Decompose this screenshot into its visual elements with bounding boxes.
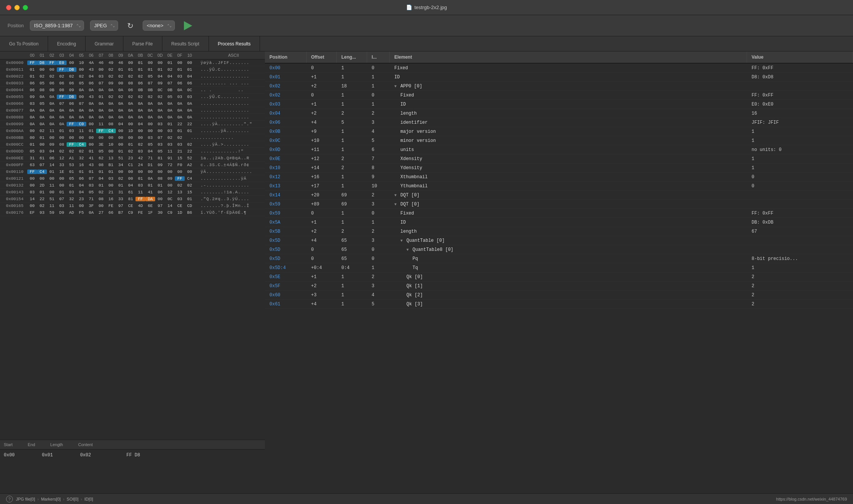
- hex-byte[interactable]: 00: [67, 135, 76, 140]
- hex-byte[interactable]: C9: [165, 210, 175, 215]
- result-row[interactable]: 0x04+222length16: [265, 109, 853, 118]
- refresh-button[interactable]: ↻: [124, 20, 137, 32]
- hex-byte[interactable]: 01: [155, 67, 165, 72]
- hex-byte[interactable]: 02: [155, 95, 165, 99]
- hex-byte[interactable]: 03: [96, 74, 106, 79]
- result-row[interactable]: 0x0E+1227Xdensity1: [265, 154, 853, 163]
- hex-byte[interactable]: 05: [76, 81, 86, 86]
- hex-row[interactable]: 0x000880A0A0A0A0A0A0A0A0A0A0A0A0A0A0A0A0…: [0, 114, 265, 121]
- hex-byte[interactable]: 02: [126, 74, 135, 79]
- hex-byte[interactable]: C9: [126, 210, 135, 215]
- hex-byte[interactable]: 02: [116, 74, 126, 79]
- hex-byte[interactable]: DB: [67, 95, 76, 99]
- hex-byte[interactable]: 03: [57, 204, 67, 208]
- hex-byte[interactable]: 03: [165, 142, 175, 147]
- hex-byte[interactable]: 0A: [165, 115, 175, 120]
- hex-byte[interactable]: 00: [116, 129, 126, 133]
- hex-byte[interactable]: 01: [126, 67, 135, 72]
- hex-byte[interactable]: 10: [106, 142, 116, 147]
- hex-byte[interactable]: 91: [165, 156, 175, 160]
- hex-byte[interactable]: 0A: [67, 115, 76, 120]
- hex-byte[interactable]: 0A: [96, 115, 106, 120]
- collapse-icon[interactable]: ▼: [406, 248, 411, 252]
- hex-byte[interactable]: 02: [116, 176, 126, 181]
- hex-byte[interactable]: 15: [175, 156, 185, 160]
- hex-byte[interactable]: 0A: [135, 108, 145, 113]
- hex-byte[interactable]: CD: [185, 204, 195, 208]
- hex-byte[interactable]: 00: [116, 135, 126, 140]
- hex-byte[interactable]: 30: [155, 210, 165, 215]
- hex-byte[interactable]: FF: [135, 197, 145, 201]
- hex-byte[interactable]: 23: [126, 156, 135, 160]
- hex-byte[interactable]: 0A: [155, 101, 165, 106]
- grammar-button[interactable]: Grammar: [86, 36, 123, 51]
- hex-byte[interactable]: 07: [57, 101, 67, 106]
- hex-byte[interactable]: 04: [185, 74, 195, 79]
- hex-byte[interactable]: 03: [175, 197, 185, 201]
- result-row[interactable]: 0x5D0650▼ QuantTable8 [0]: [265, 245, 853, 254]
- hex-byte[interactable]: 0B: [165, 88, 175, 92]
- hex-byte[interactable]: 04: [145, 149, 155, 154]
- hex-byte[interactable]: 05: [67, 176, 76, 181]
- hex-byte[interactable]: 0A: [37, 122, 47, 126]
- hex-byte[interactable]: 00: [145, 129, 155, 133]
- hex-byte[interactable]: 81: [126, 197, 135, 201]
- hex-byte[interactable]: 04: [86, 74, 96, 79]
- result-row[interactable]: 0x02+2181▼ APP0 [0]: [265, 82, 853, 91]
- hex-byte[interactable]: 66: [106, 210, 116, 215]
- collapse-icon[interactable]: ▼: [394, 84, 399, 89]
- hex-byte[interactable]: 00: [135, 129, 145, 133]
- hex-byte[interactable]: C1: [126, 163, 135, 167]
- hex-byte[interactable]: 08: [57, 88, 67, 92]
- hex-byte[interactable]: 41: [145, 190, 155, 194]
- hex-byte[interactable]: B6: [185, 210, 195, 215]
- hex-byte[interactable]: C4: [76, 142, 86, 147]
- hex-byte[interactable]: 3F: [86, 204, 96, 208]
- hex-byte[interactable]: 00: [126, 176, 135, 181]
- result-row[interactable]: 0x0C+1015minor version1: [265, 136, 853, 145]
- hex-row[interactable]: 0x001650002110311003F00FE97CE4D6E9714CEC…: [0, 202, 265, 209]
- hex-byte[interactable]: 00: [165, 170, 175, 174]
- hex-byte[interactable]: 11: [47, 204, 57, 208]
- hex-byte[interactable]: 11: [135, 190, 145, 194]
- hex-byte[interactable]: 02: [57, 149, 67, 154]
- hex-byte[interactable]: 32: [76, 156, 86, 160]
- hex-byte[interactable]: 05: [145, 74, 155, 79]
- hex-byte[interactable]: 00: [126, 122, 135, 126]
- hex-byte[interactable]: 00: [86, 142, 96, 147]
- hex-byte[interactable]: 01: [116, 67, 126, 72]
- script-select-wrapper[interactable]: <none> ⌃⌄: [143, 20, 175, 31]
- hex-byte[interactable]: 04: [126, 183, 135, 188]
- hex-byte[interactable]: FF: [175, 176, 185, 181]
- hex-row[interactable]: 0x000BB00010000000000000000000003070202.…: [0, 134, 265, 141]
- hex-byte[interactable]: 34: [116, 163, 126, 167]
- hex-byte[interactable]: FE: [106, 204, 116, 208]
- hex-byte[interactable]: 0A: [37, 95, 47, 99]
- hex-row[interactable]: 0x00033060506060605060709000806070907060…: [0, 80, 265, 87]
- hex-byte[interactable]: C4: [185, 176, 195, 181]
- hex-byte[interactable]: 13: [175, 190, 185, 194]
- hex-byte[interactable]: 0A: [47, 115, 57, 120]
- hex-byte[interactable]: 00: [96, 204, 106, 208]
- hex-byte[interactable]: 01: [145, 67, 155, 72]
- process-results-button[interactable]: [181, 20, 195, 32]
- hex-byte[interactable]: 33: [57, 163, 67, 167]
- hex-byte[interactable]: 51: [116, 156, 126, 160]
- hex-byte[interactable]: 01: [37, 190, 47, 194]
- hex-byte[interactable]: C0: [76, 122, 86, 126]
- hex-byte[interactable]: B7: [116, 210, 126, 215]
- hex-byte[interactable]: 09: [67, 88, 76, 92]
- hex-byte[interactable]: 13: [106, 156, 116, 160]
- hex-byte[interactable]: 02: [67, 74, 76, 79]
- hex-byte[interactable]: 4D: [135, 204, 145, 208]
- hex-byte[interactable]: 01: [155, 183, 165, 188]
- hex-byte[interactable]: 0A: [27, 122, 37, 126]
- result-row[interactable]: 0x02010FixedFF: 0xFF: [265, 91, 853, 100]
- hex-byte[interactable]: 11: [165, 149, 175, 154]
- hex-byte[interactable]: 00: [175, 61, 185, 65]
- hex-byte[interactable]: 0B: [145, 88, 155, 92]
- hex-byte[interactable]: 00: [106, 149, 116, 154]
- hex-byte[interactable]: 01: [37, 135, 47, 140]
- hex-byte[interactable]: B1: [106, 163, 116, 167]
- hex-byte[interactable]: 04: [47, 149, 57, 154]
